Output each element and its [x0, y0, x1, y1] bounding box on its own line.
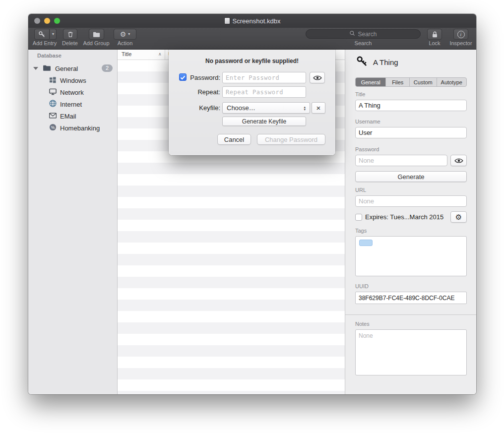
sidebar-item-homebanking[interactable]: % Homebanking	[28, 122, 117, 134]
uuid-field-label: UUID	[355, 283, 369, 289]
tag-chip[interactable]	[359, 240, 373, 246]
search-label: Search	[348, 40, 378, 46]
keyfile-popup-value: Choose…	[227, 104, 304, 112]
sidebar-item-general[interactable]: General 2	[28, 62, 117, 74]
expires-checkbox[interactable]	[355, 214, 362, 221]
close-x-icon: ×	[316, 104, 321, 112]
sort-ascending-icon: ∧	[158, 52, 162, 57]
window-title: Screenshot.kdbx	[233, 17, 281, 25]
generate-keyfile-label: Generate Keyfile	[242, 118, 286, 125]
entry-title: A Thing	[373, 58, 398, 66]
title-field[interactable]	[355, 100, 467, 111]
dialog-keyfile-label: Keyfile:	[188, 104, 220, 112]
keyfile-popup-button[interactable]: Choose… ▴▾	[222, 102, 310, 114]
url-field-label: URL	[355, 187, 366, 193]
gear-icon: ⚙	[455, 213, 462, 221]
sidebar-item-email[interactable]: EMail	[28, 110, 117, 122]
eye-icon	[454, 158, 463, 164]
tab-autotype[interactable]: Autotype	[437, 78, 466, 86]
eye-icon	[313, 75, 322, 81]
search-input[interactable]: Search	[306, 29, 421, 39]
tab-general[interactable]: General	[356, 78, 386, 86]
add-entry-dropdown-button[interactable]: ▾	[50, 29, 57, 40]
titlebar[interactable]: Screenshot.kdbx	[28, 14, 476, 28]
expires-settings-button[interactable]: ⚙	[450, 211, 467, 223]
sidebar-item-windows[interactable]: Windows	[28, 74, 117, 86]
notes-field-label: Notes	[355, 321, 370, 327]
column-divider[interactable]	[165, 50, 165, 60]
password-field-label: Password	[355, 146, 379, 152]
password-enabled-checkbox[interactable]	[179, 73, 187, 81]
display-icon	[49, 88, 57, 97]
username-field-label: Username	[355, 119, 380, 124]
sidebar: Database General 2 Windows Network	[28, 50, 118, 394]
dialog-repeat-input[interactable]	[222, 86, 306, 98]
sidebar-item-network[interactable]: Network	[28, 86, 117, 98]
add-group-button[interactable]	[89, 29, 104, 40]
inspector-label: Inspector	[443, 40, 476, 46]
minimize-button[interactable]	[44, 18, 50, 24]
sidebar-item-label: EMail	[60, 113, 76, 120]
action-label: Action	[114, 40, 136, 46]
chevron-down-icon: ▾	[52, 32, 54, 36]
lock-label: Lock	[425, 40, 444, 46]
generate-keyfile-button[interactable]: Generate Keyfile	[222, 117, 306, 126]
folder-icon	[43, 64, 51, 73]
uuid-field[interactable]	[355, 292, 467, 304]
clear-keyfile-button[interactable]: ×	[312, 102, 325, 114]
windows-icon	[49, 76, 57, 85]
url-field[interactable]	[355, 195, 467, 207]
sidebar-item-label: General	[55, 65, 78, 72]
dialog-message: No password or keyfile supplied!	[169, 58, 335, 64]
delete-button[interactable]	[63, 29, 77, 40]
password-field[interactable]	[355, 155, 447, 166]
change-password-button[interactable]: Change Password	[257, 134, 325, 145]
lock-icon	[432, 31, 438, 38]
generate-password-button[interactable]: Generate	[355, 171, 467, 182]
key-icon	[356, 56, 368, 69]
generate-button-label: Generate	[397, 173, 424, 181]
zoom-button[interactable]	[54, 18, 60, 24]
action-button[interactable]: ⚙ ▾	[114, 29, 136, 40]
dialog-password-label: Password:	[188, 74, 220, 81]
tab-custom[interactable]: Custom	[410, 78, 437, 86]
coin-percent-icon: %	[49, 124, 57, 132]
inspector-panel: A Thing General Files Custom Autotype Ti…	[345, 50, 476, 394]
sidebar-item-internet[interactable]: Internet	[28, 98, 117, 110]
change-password-dialog: No password or keyfile supplied! Passwor…	[169, 50, 335, 155]
dialog-repeat-label: Repeat:	[188, 88, 220, 96]
search-icon	[349, 30, 355, 38]
trash-icon	[67, 31, 74, 38]
tab-files[interactable]: Files	[386, 78, 410, 86]
reveal-password-button[interactable]	[450, 155, 467, 166]
envelope-icon	[49, 113, 57, 120]
title-field-label: Title	[355, 91, 365, 97]
panel-divider	[345, 314, 476, 315]
sidebar-item-label: Windows	[60, 77, 86, 84]
tags-field-label: Tags	[355, 228, 367, 234]
username-field[interactable]	[355, 127, 467, 138]
inspector-button[interactable]: i	[453, 29, 468, 40]
add-entry-button[interactable]	[34, 29, 50, 40]
disclosure-triangle-icon[interactable]	[33, 67, 38, 70]
notes-field[interactable]	[355, 329, 467, 375]
change-password-button-label: Change Password	[265, 136, 317, 143]
column-header-title[interactable]: Title	[122, 51, 131, 57]
dialog-reveal-password-button[interactable]	[310, 72, 325, 83]
sidebar-item-label: Network	[60, 89, 84, 96]
globe-icon	[49, 100, 57, 109]
app-window: Screenshot.kdbx ▾ Add Entry Delete Add G…	[28, 14, 476, 394]
svg-text:%: %	[51, 125, 55, 130]
sidebar-section-header: Database	[37, 53, 62, 59]
sidebar-item-label: Homebanking	[60, 124, 100, 132]
cancel-button-label: Cancel	[224, 136, 244, 143]
entry-count-badge: 2	[102, 64, 113, 72]
lock-button[interactable]	[427, 29, 442, 40]
dialog-password-input[interactable]	[222, 72, 306, 83]
popup-stepper-icon: ▴▾	[304, 106, 306, 111]
sidebar-item-label: Internet	[60, 101, 82, 108]
cancel-button[interactable]: Cancel	[217, 134, 251, 145]
inspector-tabs: General Files Custom Autotype	[355, 77, 467, 87]
tags-box[interactable]	[355, 236, 467, 276]
close-button[interactable]	[34, 18, 40, 24]
